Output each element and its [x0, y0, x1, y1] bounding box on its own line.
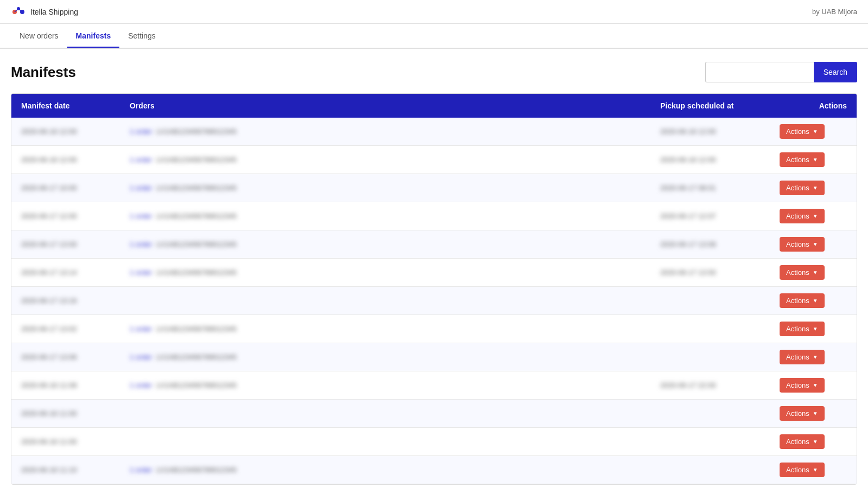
top-bar-left: Itella Shipping: [11, 4, 78, 20]
pickup-date: 2020-06-17 13:08: [660, 240, 716, 248]
actions-button[interactable]: Actions ▼: [780, 265, 825, 280]
nav-item-settings[interactable]: Settings: [119, 25, 164, 48]
cell-actions: Actions ▼: [770, 371, 857, 400]
page-header: Manifests Search: [11, 62, 857, 82]
chevron-down-icon: ▼: [813, 157, 818, 163]
manifest-date: 2020-06-18 12:00: [21, 127, 77, 136]
cell-pickup: [650, 315, 770, 343]
nav-item-manifests[interactable]: Manifests: [67, 25, 120, 48]
actions-button[interactable]: Actions ▼: [780, 322, 825, 336]
cell-orders: [120, 428, 650, 456]
order-count-link[interactable]: 1 order: [130, 466, 152, 474]
order-count-link[interactable]: 1 order: [130, 325, 152, 333]
cell-orders: [120, 400, 650, 428]
cell-orders: 1 orderLV1AB123456789012345: [120, 371, 650, 400]
table-row: 2020-06-18 11:00Actions ▼: [11, 428, 857, 456]
chevron-down-icon: ▼: [813, 467, 818, 473]
manifest-date: 2020-06-17 13:14: [21, 268, 77, 277]
manifest-date: 2020-06-18 11:00: [21, 438, 77, 446]
manifest-date: 2020-06-18 11:08: [21, 381, 77, 389]
cell-orders: 1 orderLV1AB123456789012345: [120, 230, 650, 259]
manifest-date: 2020-06-18 11:00: [21, 409, 77, 418]
table-row: 2020-06-17 13:021 orderLV1AB123456789012…: [11, 315, 857, 343]
actions-button[interactable]: Actions ▼: [780, 152, 825, 167]
cell-date: 2020-06-17 13:14: [11, 259, 120, 287]
order-cell: 1 orderLV1AB123456789012345: [130, 212, 641, 220]
table-row: 2020-06-17 13:141 orderLV1AB123456789012…: [11, 259, 857, 287]
order-id: LV1AB123456789012345: [156, 127, 237, 136]
table-row: 2020-06-17 13:16Actions ▼: [11, 287, 857, 315]
actions-button[interactable]: Actions ▼: [780, 406, 825, 421]
manifest-date: 2020-06-17 13:16: [21, 297, 77, 305]
chevron-down-icon: ▼: [813, 269, 818, 275]
order-cell: 1 orderLV1AB123456789012345: [130, 325, 641, 333]
manifest-date: 2020-06-18 11:10: [21, 466, 77, 474]
page-title: Manifests: [11, 64, 76, 81]
app-title: Itella Shipping: [30, 8, 78, 16]
order-cell: 1 orderLV1AB123456789012345: [130, 184, 641, 192]
cell-actions: Actions ▼: [770, 118, 857, 146]
cell-date: 2020-06-17 13:06: [11, 343, 120, 371]
order-count-link[interactable]: 1 order: [130, 127, 152, 136]
manifest-date: 2020-06-17 13:06: [21, 353, 77, 361]
cell-date: 2020-06-18 12:00: [11, 146, 120, 174]
cell-orders: 1 orderLV1AB123456789012345: [120, 456, 650, 484]
actions-button[interactable]: Actions ▼: [780, 378, 825, 393]
actions-button[interactable]: Actions ▼: [780, 434, 825, 449]
cell-pickup: 2020-06-18 12:00: [650, 118, 770, 146]
pickup-date: 2020-06-18 12:00: [660, 127, 716, 136]
actions-button[interactable]: Actions ▼: [780, 209, 825, 223]
cell-date: 2020-06-18 11:10: [11, 456, 120, 484]
chevron-down-icon: ▼: [813, 298, 818, 304]
cell-pickup: 2020-06-17 22:00: [650, 371, 770, 400]
order-id: LV1AB123456789012345: [156, 212, 237, 220]
actions-button[interactable]: Actions ▼: [780, 181, 825, 195]
order-count-link[interactable]: 1 order: [130, 381, 152, 389]
cell-pickup: [650, 428, 770, 456]
col-header-orders: Orders: [120, 94, 650, 118]
order-count-link[interactable]: 1 order: [130, 268, 152, 277]
manifest-date: 2020-06-17 12:00: [21, 212, 77, 220]
cell-actions: Actions ▼: [770, 174, 857, 202]
order-cell: 1 orderLV1AB123456789012345: [130, 466, 641, 474]
order-count-link[interactable]: 1 order: [130, 353, 152, 361]
nav-item-new-orders[interactable]: New orders: [11, 25, 67, 48]
cell-actions: Actions ▼: [770, 456, 857, 484]
actions-button[interactable]: Actions ▼: [780, 293, 825, 308]
cell-actions: Actions ▼: [770, 146, 857, 174]
chevron-down-icon: ▼: [813, 241, 818, 247]
search-button[interactable]: Search: [814, 62, 857, 82]
cell-pickup: 2020-06-17 13:08: [650, 230, 770, 259]
cell-actions: Actions ▼: [770, 287, 857, 315]
cell-orders: 1 orderLV1AB123456789012345: [120, 174, 650, 202]
order-id: LV1AB123456789012345: [156, 240, 237, 248]
order-count-link[interactable]: 1 order: [130, 212, 152, 220]
col-header-actions: Actions: [770, 94, 857, 118]
pickup-date: 2020-06-17 12:07: [660, 212, 716, 220]
search-input[interactable]: [705, 62, 814, 82]
nav-bar: New orders Manifests Settings: [0, 24, 868, 49]
manifest-date: 2020-06-17 10:00: [21, 184, 77, 192]
logo-icon: [11, 4, 26, 20]
actions-button[interactable]: Actions ▼: [780, 124, 825, 139]
table-row: 2020-06-18 11:00Actions ▼: [11, 400, 857, 428]
cell-actions: Actions ▼: [770, 202, 857, 230]
order-count-link[interactable]: 1 order: [130, 156, 152, 164]
col-header-date: Manifest date: [11, 94, 120, 118]
top-bar: Itella Shipping by UAB Mijora: [0, 0, 868, 24]
cell-orders: [120, 287, 650, 315]
actions-button[interactable]: Actions ▼: [780, 463, 825, 477]
order-count-link[interactable]: 1 order: [130, 184, 152, 192]
order-count-link[interactable]: 1 order: [130, 240, 152, 248]
order-id: LV1AB123456789012345: [156, 353, 237, 361]
order-id: LV1AB123456789012345: [156, 268, 237, 277]
actions-button[interactable]: Actions ▼: [780, 237, 825, 252]
cell-actions: Actions ▼: [770, 259, 857, 287]
cell-date: 2020-06-18 12:00: [11, 118, 120, 146]
cell-actions: Actions ▼: [770, 230, 857, 259]
cell-date: 2020-06-17 13:16: [11, 287, 120, 315]
order-cell: 1 orderLV1AB123456789012345: [130, 127, 641, 136]
col-header-pickup: Pickup scheduled at: [650, 94, 770, 118]
actions-button[interactable]: Actions ▼: [780, 350, 825, 364]
table-row: 2020-06-18 11:101 orderLV1AB123456789012…: [11, 456, 857, 484]
